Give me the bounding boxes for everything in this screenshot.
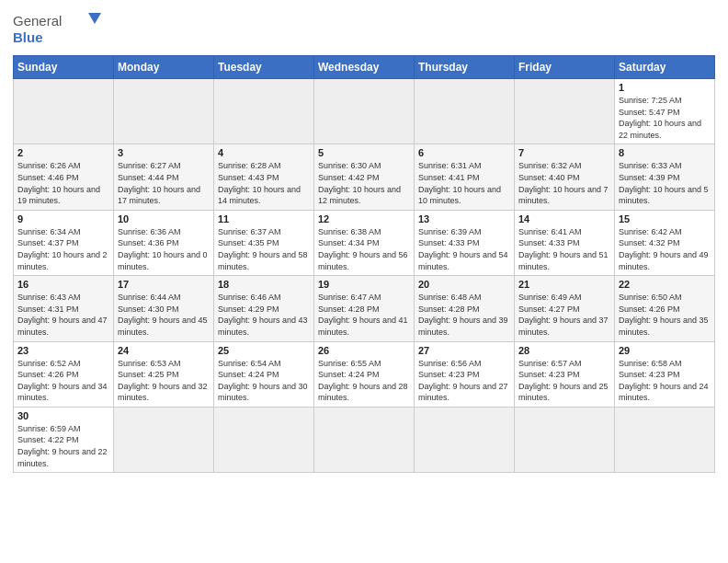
svg-text:Blue: Blue [13,29,43,45]
day-info: Sunrise: 6:59 AMSunset: 4:22 PMDaylight:… [17,423,109,469]
calendar-cell [515,79,615,144]
calendar-cell: 5Sunrise: 6:30 AMSunset: 4:42 PMDaylight… [314,144,415,210]
calendar-cell: 20Sunrise: 6:48 AMSunset: 4:28 PMDayligh… [415,276,515,341]
day-number: 2 [17,147,109,158]
day-info: Sunrise: 6:31 AMSunset: 4:41 PMDaylight:… [418,160,510,206]
day-number: 5 [318,147,410,158]
day-info: Sunrise: 6:41 AMSunset: 4:33 PMDaylight:… [518,226,610,272]
day-info: Sunrise: 6:28 AMSunset: 4:43 PMDaylight:… [218,160,310,206]
day-info: Sunrise: 6:57 AMSunset: 4:23 PMDaylight:… [518,358,610,404]
svg-text:General: General [13,13,62,29]
calendar-cell: 28Sunrise: 6:57 AMSunset: 4:23 PMDayligh… [515,341,615,407]
calendar-cell: 24Sunrise: 6:53 AMSunset: 4:25 PMDayligh… [114,341,214,407]
calendar-cell: 8Sunrise: 6:33 AMSunset: 4:39 PMDaylight… [615,144,715,210]
calendar-cell: 14Sunrise: 6:41 AMSunset: 4:33 PMDayligh… [515,210,615,275]
col-header-monday: Monday [114,56,214,79]
calendar-cell: 27Sunrise: 6:56 AMSunset: 4:23 PMDayligh… [415,341,515,407]
calendar-cell [314,79,415,144]
day-number: 22 [619,279,711,290]
day-info: Sunrise: 6:38 AMSunset: 4:34 PMDaylight:… [318,226,410,272]
day-number: 16 [17,279,109,290]
calendar-cell: 7Sunrise: 6:32 AMSunset: 4:40 PMDaylight… [515,144,615,210]
col-header-thursday: Thursday [415,56,515,79]
calendar-cell: 9Sunrise: 6:34 AMSunset: 4:37 PMDaylight… [14,210,114,275]
day-number: 30 [17,410,109,421]
day-number: 14 [518,213,610,224]
day-number: 10 [118,213,210,224]
calendar-cell: 4Sunrise: 6:28 AMSunset: 4:43 PMDaylight… [214,144,314,210]
day-info: Sunrise: 6:48 AMSunset: 4:28 PMDaylight:… [418,292,510,338]
day-number: 19 [318,279,410,290]
calendar-cell [415,407,515,472]
day-number: 11 [218,213,310,224]
day-number: 9 [17,213,109,224]
svg-marker-2 [88,13,101,24]
logo: General Blue [13,9,105,50]
calendar-cell [515,407,615,472]
header: General Blue [13,9,715,50]
day-number: 13 [418,213,510,224]
day-info: Sunrise: 6:26 AMSunset: 4:46 PMDaylight:… [17,160,109,206]
calendar-cell: 16Sunrise: 6:43 AMSunset: 4:31 PMDayligh… [14,276,114,341]
calendar-cell: 29Sunrise: 6:58 AMSunset: 4:23 PMDayligh… [615,341,715,407]
day-info: Sunrise: 6:34 AMSunset: 4:37 PMDaylight:… [17,226,109,272]
day-info: Sunrise: 6:42 AMSunset: 4:32 PMDaylight:… [619,226,711,272]
day-number: 18 [218,279,310,290]
day-info: Sunrise: 6:30 AMSunset: 4:42 PMDaylight:… [318,160,410,206]
day-info: Sunrise: 6:58 AMSunset: 4:23 PMDaylight:… [619,358,711,404]
day-info: Sunrise: 6:44 AMSunset: 4:30 PMDaylight:… [118,292,210,338]
calendar-cell: 26Sunrise: 6:55 AMSunset: 4:24 PMDayligh… [314,341,415,407]
col-header-sunday: Sunday [14,56,114,79]
calendar-cell [214,407,314,472]
day-info: Sunrise: 6:27 AMSunset: 4:44 PMDaylight:… [118,160,210,206]
day-info: Sunrise: 6:46 AMSunset: 4:29 PMDaylight:… [218,292,310,338]
day-number: 20 [418,279,510,290]
logo-svg: General Blue [13,9,105,50]
day-number: 15 [619,213,711,224]
col-header-tuesday: Tuesday [214,56,314,79]
day-info: Sunrise: 6:49 AMSunset: 4:27 PMDaylight:… [518,292,610,338]
calendar-cell [415,79,515,144]
day-number: 24 [118,345,210,356]
day-info: Sunrise: 6:36 AMSunset: 4:36 PMDaylight:… [118,226,210,272]
calendar-cell [14,79,114,144]
calendar-cell: 17Sunrise: 6:44 AMSunset: 4:30 PMDayligh… [114,276,214,341]
calendar-cell [114,407,214,472]
calendar-cell: 3Sunrise: 6:27 AMSunset: 4:44 PMDaylight… [114,144,214,210]
day-number: 3 [118,147,210,158]
calendar-cell: 11Sunrise: 6:37 AMSunset: 4:35 PMDayligh… [214,210,314,275]
calendar-cell: 13Sunrise: 6:39 AMSunset: 4:33 PMDayligh… [415,210,515,275]
col-header-friday: Friday [515,56,615,79]
day-number: 25 [218,345,310,356]
calendar-cell: 23Sunrise: 6:52 AMSunset: 4:26 PMDayligh… [14,341,114,407]
calendar-cell: 18Sunrise: 6:46 AMSunset: 4:29 PMDayligh… [214,276,314,341]
day-info: Sunrise: 6:33 AMSunset: 4:39 PMDaylight:… [619,160,711,206]
day-info: Sunrise: 6:56 AMSunset: 4:23 PMDaylight:… [418,358,510,404]
calendar-cell [114,79,214,144]
day-info: Sunrise: 6:32 AMSunset: 4:40 PMDaylight:… [518,160,610,206]
day-info: Sunrise: 6:53 AMSunset: 4:25 PMDaylight:… [118,358,210,404]
day-info: Sunrise: 7:25 AMSunset: 5:47 PMDaylight:… [619,95,711,141]
col-header-wednesday: Wednesday [314,56,415,79]
calendar-cell: 30Sunrise: 6:59 AMSunset: 4:22 PMDayligh… [14,407,114,472]
day-info: Sunrise: 6:47 AMSunset: 4:28 PMDaylight:… [318,292,410,338]
calendar-cell: 6Sunrise: 6:31 AMSunset: 4:41 PMDaylight… [415,144,515,210]
day-number: 26 [318,345,410,356]
calendar-cell: 19Sunrise: 6:47 AMSunset: 4:28 PMDayligh… [314,276,415,341]
day-info: Sunrise: 6:52 AMSunset: 4:26 PMDaylight:… [17,358,109,404]
day-number: 6 [418,147,510,158]
calendar-cell: 1Sunrise: 7:25 AMSunset: 5:47 PMDaylight… [615,79,715,144]
calendar-cell: 10Sunrise: 6:36 AMSunset: 4:36 PMDayligh… [114,210,214,275]
day-number: 27 [418,345,510,356]
calendar-cell: 15Sunrise: 6:42 AMSunset: 4:32 PMDayligh… [615,210,715,275]
calendar-cell: 12Sunrise: 6:38 AMSunset: 4:34 PMDayligh… [314,210,415,275]
day-info: Sunrise: 6:50 AMSunset: 4:26 PMDaylight:… [619,292,711,338]
day-number: 7 [518,147,610,158]
day-number: 29 [619,345,711,356]
day-number: 23 [17,345,109,356]
day-number: 17 [118,279,210,290]
day-info: Sunrise: 6:54 AMSunset: 4:24 PMDaylight:… [218,358,310,404]
page: General Blue SundayMondayTuesdayWednesda… [0,0,728,563]
calendar-cell [214,79,314,144]
col-header-saturday: Saturday [615,56,715,79]
